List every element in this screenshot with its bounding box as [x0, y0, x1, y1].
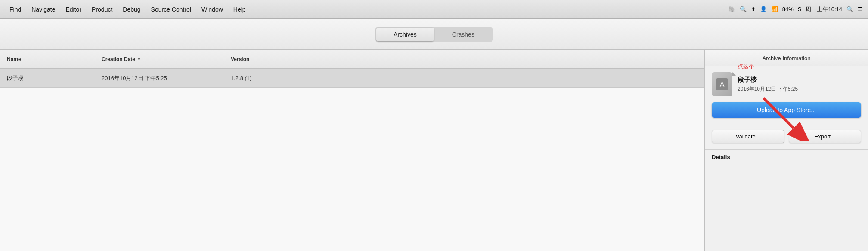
archives-tab[interactable]: Archives	[376, 28, 434, 41]
menubar-items: Find Navigate Editor Product Debug Sourc…	[5, 4, 728, 15]
evernote-icon: 🐘	[728, 6, 735, 12]
svg-text:A: A	[720, 81, 725, 88]
search-icon: 🔍	[740, 6, 747, 12]
validate-button[interactable]: Validate...	[712, 130, 784, 143]
details-section: Details	[705, 149, 868, 165]
archive-meta: A 点这个 段子楼 2016年10月12日 下午5:25	[712, 72, 861, 96]
crashes-tab[interactable]: Crashes	[435, 28, 492, 41]
upload-button[interactable]: Upload to App Store...	[712, 102, 861, 118]
menu-editor[interactable]: Editor	[62, 4, 86, 15]
table-row[interactable]: 段子楼 2016年10月12日 下午5:25 1.2.8 (1)	[0, 69, 704, 88]
export-button[interactable]: Export...	[789, 130, 862, 143]
menubar-right: 🐘 🔍 ⬆ 👤 📶 84% S 周一上午10:14 🔍 ☰	[728, 6, 863, 13]
col-name-header: Name	[7, 56, 102, 62]
main-content: Name Creation Date ▼ Version 段子楼 2016年10…	[0, 50, 868, 251]
col-date-header[interactable]: Creation Date ▼	[102, 56, 231, 62]
left-panel: Name Creation Date ▼ Version 段子楼 2016年10…	[0, 50, 704, 251]
menu-debug[interactable]: Debug	[118, 4, 145, 15]
segmented-control: Archives Crashes	[375, 27, 493, 42]
archive-info-body: A 点这个 段子楼 2016年10月12日 下午5:25 Upload to A…	[705, 66, 868, 149]
row-version: 1.2.8 (1)	[231, 75, 251, 81]
row-creation-date: 2016年10月12日 下午5:25	[102, 74, 231, 82]
menu-help[interactable]: Help	[229, 4, 250, 15]
details-label: Details	[712, 154, 730, 160]
menu-window[interactable]: Window	[197, 4, 227, 15]
row-app-name: 段子楼	[7, 74, 102, 82]
user-icon: 👤	[760, 6, 767, 12]
archive-app-name: 段子楼	[738, 76, 798, 84]
wifi-icon: 📶	[771, 6, 778, 12]
annotation-text: 点这个	[738, 63, 754, 70]
battery-indicator: 84%	[782, 6, 794, 12]
menu-source-control[interactable]: Source Control	[147, 4, 195, 15]
menu-navigate[interactable]: Navigate	[27, 4, 59, 15]
sort-arrow-icon: ▼	[137, 57, 141, 61]
skype-icon: S	[798, 6, 802, 12]
col-version-header: Version	[231, 56, 249, 62]
right-panel: Archive Information A 点这个 段子楼 2016年10月12…	[704, 50, 868, 251]
menubar: Find Navigate Editor Product Debug Sourc…	[0, 0, 868, 19]
upload-icon: ⬆	[751, 6, 756, 12]
archive-app-date: 2016年10月12日 下午5:25	[738, 86, 798, 93]
action-buttons: Validate... Export...	[712, 130, 861, 143]
spotlight-icon: 🔍	[846, 6, 853, 12]
toolbar: Archives Crashes	[0, 19, 868, 50]
app-icon: A	[712, 72, 732, 96]
menu-product[interactable]: Product	[87, 4, 117, 15]
clock: 周一上午10:14	[806, 6, 842, 13]
archive-name-date: 点这个 段子楼 2016年10月12日 下午5:25	[738, 76, 798, 93]
col-date-label: Creation Date	[102, 56, 135, 62]
archive-info-header: Archive Information	[705, 50, 868, 66]
control-center-icon: ☰	[858, 6, 863, 12]
menu-find[interactable]: Find	[5, 4, 25, 15]
table-header: Name Creation Date ▼ Version	[0, 50, 704, 69]
